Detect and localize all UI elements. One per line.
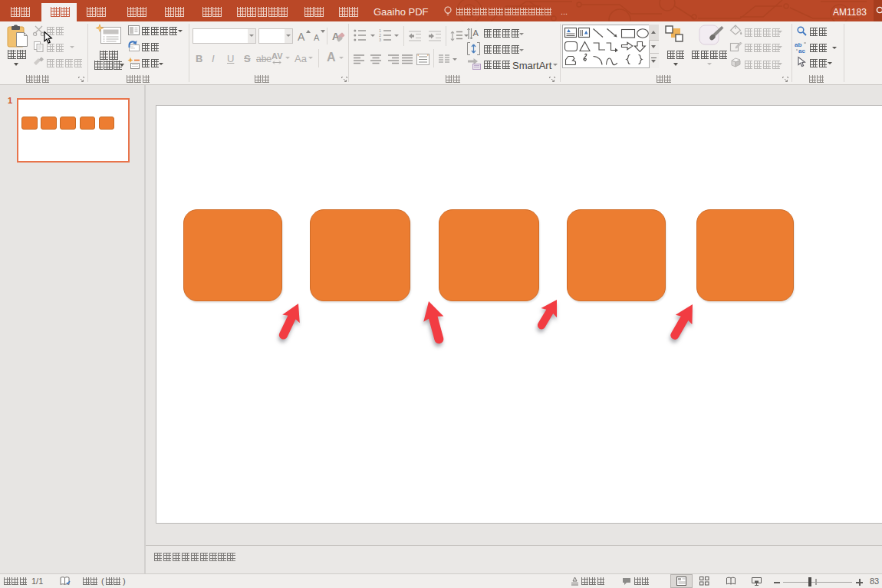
svg-text:ac: ac [798,48,805,54]
svg-text:3: 3 [379,38,381,42]
svg-text:A: A [473,28,479,38]
